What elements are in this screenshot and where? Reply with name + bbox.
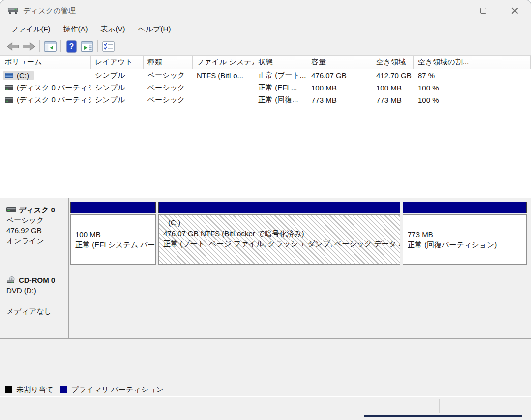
cell-layout: シンプル <box>91 69 144 82</box>
cdrom-name: CD-ROM 0 <box>19 275 55 285</box>
cell-percent: 100 % <box>414 94 473 106</box>
disk0-name: ディスク 0 <box>19 205 55 215</box>
volume-disk-icon <box>5 97 13 103</box>
partition-efi[interactable]: 100 MB 正常 (EFI システム パー <box>70 202 156 265</box>
toolbar-separator <box>39 40 40 52</box>
action-pane-icon <box>81 41 93 52</box>
volume-row-recovery[interactable]: (ディスク 0 パーティシ... シンプル ベーシック 正常 (回復... 77… <box>0 94 531 106</box>
cell-capacity: 773 MB <box>307 94 372 106</box>
cell-status: 正常 (回復... <box>254 94 307 106</box>
show-action-pane-button[interactable] <box>79 39 95 54</box>
partition-color-bar <box>70 202 156 213</box>
cell-filesystem <box>193 94 254 106</box>
cell-type: ベーシック <box>144 94 193 106</box>
partition-color-bar <box>158 202 400 213</box>
volume-name: (ディスク 0 パーティシ... <box>17 95 91 105</box>
cell-free: 773 MB <box>372 94 414 106</box>
console-tree-icon <box>44 41 57 52</box>
status-bar <box>0 396 531 417</box>
cell-status: 正常 (ブート... <box>254 69 307 82</box>
volume-list: ボリューム レイアウト 種類 ファイル システム 状態 容量 空き領域 空き領域… <box>0 56 531 197</box>
cell-filesystem <box>193 82 254 94</box>
help-icon: ? <box>66 40 77 53</box>
column-header-volume[interactable]: ボリューム <box>0 56 91 69</box>
column-header-filesystem[interactable]: ファイル システム <box>193 56 254 69</box>
menu-help[interactable]: ヘルプ(H) <box>132 23 177 36</box>
column-header-capacity[interactable]: 容量 <box>307 56 372 69</box>
disk0-size: 476.92 GB <box>6 225 63 236</box>
cdrom-row: CD-ROM 0 DVD (D:) メディアなし <box>0 268 531 339</box>
taskbar-peek-strip <box>364 415 522 417</box>
disk0-status: オンライン <box>6 236 63 246</box>
cell-capacity: 476.07 GB <box>307 69 372 82</box>
column-header-blank <box>473 56 531 69</box>
maximize-icon <box>480 8 486 14</box>
volume-disk-icon <box>5 85 13 90</box>
show-console-tree-button[interactable] <box>42 39 58 54</box>
maximize-button[interactable] <box>468 0 499 21</box>
back-icon <box>7 42 20 51</box>
disk0-row: ディスク 0 ベーシック 476.92 GB オンライン 100 MB 正常 (… <box>0 198 531 268</box>
disk0-partitions: 100 MB 正常 (EFI システム パー (C:) 476.07 GB NT… <box>69 198 531 268</box>
disk0-header-panel[interactable]: ディスク 0 ベーシック 476.92 GB オンライン <box>0 198 69 268</box>
window-title: ディスクの管理 <box>23 6 76 16</box>
cell-type: ベーシック <box>144 82 193 94</box>
legend-unallocated-label: 未割り当て <box>16 385 54 394</box>
volume-list-header: ボリューム レイアウト 種類 ファイル システム 状態 容量 空き領域 空き領域… <box>0 56 531 69</box>
properties-icon <box>102 41 115 52</box>
minimize-button[interactable] <box>436 0 468 21</box>
volume-name: (C:) <box>17 71 29 80</box>
partition-size: 476.07 GB NTFS (BitLocker で暗号化済み) <box>163 228 395 239</box>
status-cell <box>302 399 440 413</box>
partition-status: 正常 (回復パーティション) <box>408 240 522 250</box>
menu-file[interactable]: ファイル(F) <box>4 23 57 36</box>
cell-layout: シンプル <box>91 82 144 94</box>
partition-size: 100 MB <box>75 229 151 240</box>
column-header-status[interactable]: 状態 <box>254 56 307 69</box>
partition-c[interactable]: (C:) 476.07 GB NTFS (BitLocker で暗号化済み) 正… <box>158 202 400 265</box>
properties-button[interactable] <box>100 39 116 54</box>
column-header-free-space[interactable]: 空き領域 <box>372 56 414 69</box>
cell-filesystem: NTFS (BitLo... <box>193 69 254 82</box>
cdrom-drive: DVD (D:) <box>6 285 63 296</box>
partition-recovery[interactable]: 773 MB 正常 (回復パーティション) <box>403 202 527 265</box>
volume-name: (ディスク 0 パーティシ... <box>17 83 91 92</box>
volume-row-efi[interactable]: (ディスク 0 パーティシ... シンプル ベーシック 正常 (EFI ... … <box>0 82 531 94</box>
svg-text:?: ? <box>69 42 74 51</box>
toolbar: ? <box>0 37 531 56</box>
minimize-icon <box>449 11 455 11</box>
column-header-free-percent[interactable]: 空き領域の割... <box>414 56 473 69</box>
unallocated-swatch <box>5 386 12 393</box>
partition-status: 正常 (ブート, ページ ファイル, クラッシュ ダンプ, ベーシック データ … <box>163 239 395 249</box>
cd-rom-icon <box>6 276 16 284</box>
graphical-view: ディスク 0 ベーシック 476.92 GB オンライン 100 MB 正常 (… <box>0 197 531 383</box>
cell-percent: 87 % <box>414 69 473 82</box>
cell-free: 412.70 GB <box>372 69 414 82</box>
forward-icon <box>23 42 35 51</box>
legend-bar: 未割り当て プライマリ パーティション <box>0 383 531 396</box>
cell-free: 100 MB <box>372 82 414 94</box>
menu-action[interactable]: 操作(A) <box>57 23 94 36</box>
menu-view[interactable]: 表示(V) <box>94 23 132 36</box>
primary-partition-swatch <box>60 386 67 393</box>
partition-status: 正常 (EFI システム パー <box>75 240 151 250</box>
close-button[interactable] <box>499 0 531 21</box>
back-button[interactable] <box>5 39 21 54</box>
cell-percent: 100 % <box>414 82 473 94</box>
disk0-type: ベーシック <box>6 215 63 225</box>
cdrom-header-panel[interactable]: CD-ROM 0 DVD (D:) メディアなし <box>0 268 69 338</box>
cdrom-empty-area <box>69 268 531 338</box>
help-button[interactable]: ? <box>63 39 79 54</box>
column-header-type[interactable]: 種類 <box>144 56 193 69</box>
toolbar-separator <box>97 40 98 52</box>
menubar: ファイル(F) 操作(A) 表示(V) ヘルプ(H) <box>0 21 531 37</box>
volume-disk-icon <box>5 73 13 78</box>
cell-layout: シンプル <box>91 94 144 106</box>
column-header-layout[interactable]: レイアウト <box>91 56 144 69</box>
legend-primary-label: プライマリ パーティション <box>71 385 164 394</box>
titlebar: ディスクの管理 <box>0 0 531 21</box>
cell-capacity: 100 MB <box>307 82 372 94</box>
cell-status: 正常 (EFI ... <box>254 82 307 94</box>
forward-button[interactable] <box>21 39 37 54</box>
volume-row-c[interactable]: (C:) シンプル ベーシック NTFS (BitLo... 正常 (ブート..… <box>0 69 531 82</box>
